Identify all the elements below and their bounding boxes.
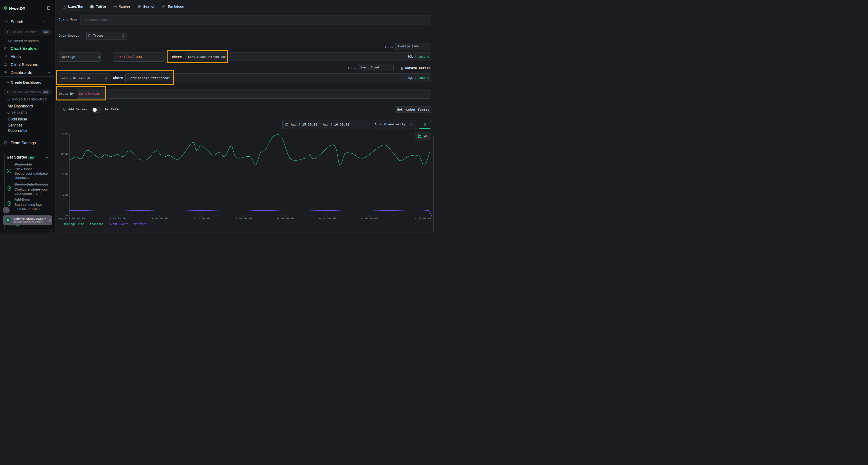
svg-text:3:45:00 PM: 3:45:00 PM — [151, 217, 168, 220]
svg-text:320K: 320K — [61, 132, 68, 135]
svg-text:4:30:00 PM: 4:30:00 PM — [415, 217, 431, 220]
svg-text:80K: 80K — [63, 193, 68, 196]
svg-text:3:59:00 PM: 3:59:00 PM — [235, 217, 252, 220]
svg-text:160K: 160K — [61, 172, 68, 176]
svg-text:4:06:00 PM: 4:06:00 PM — [277, 217, 294, 220]
svg-text:4:20:00 PM: 4:20:00 PM — [361, 217, 378, 220]
svg-text:3:38:00 PM: 3:38:00 PM — [109, 217, 126, 220]
svg-text:3:52:00 PM: 3:52:00 PM — [193, 217, 210, 220]
svg-text:240K: 240K — [61, 152, 68, 156]
svg-text:4:13:00 PM: 4:13:00 PM — [319, 217, 336, 220]
svg-text:Aug 4 3:30:00 PM: Aug 4 3:30:00 PM — [58, 217, 85, 220]
svg-text:0: 0 — [66, 214, 68, 217]
